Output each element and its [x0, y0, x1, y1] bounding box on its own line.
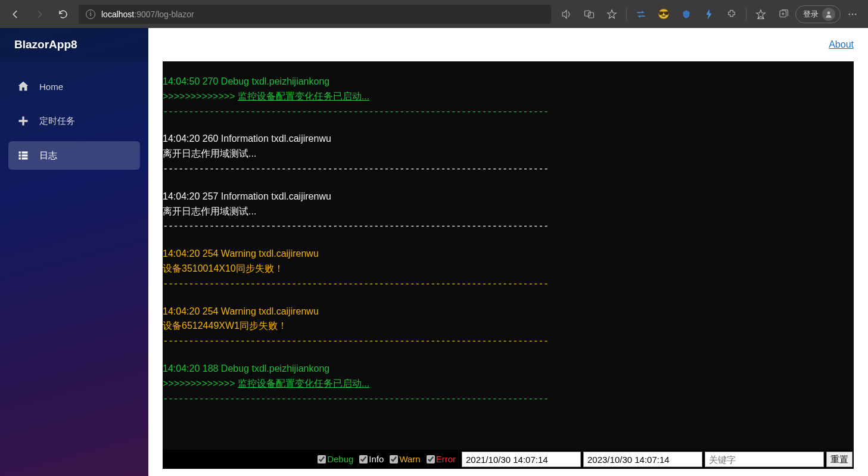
- log-body-link[interactable]: 监控设备配置变化任务已启动...: [238, 378, 369, 388]
- login-button[interactable]: 登录: [795, 5, 841, 23]
- read-aloud-icon[interactable]: [556, 5, 577, 24]
- log-divider: ----------------------------------------…: [163, 219, 854, 234]
- list-icon: [17, 149, 30, 162]
- login-label: 登录: [803, 9, 819, 20]
- sync-icon[interactable]: [630, 5, 652, 24]
- back-button[interactable]: [5, 5, 26, 24]
- favorite-icon[interactable]: [601, 5, 623, 24]
- filter-bar: Debug Info Warn Error: [163, 450, 854, 469]
- home-icon: [17, 80, 30, 93]
- log-body: 设备3510014X10同步失败！: [163, 262, 854, 276]
- log-body-prefix: >>>>>>>>>>>>>: [163, 91, 238, 101]
- filter-debug-checkbox[interactable]: Debug: [318, 452, 353, 466]
- content: 14:04:50 270 Debug txdl.peizhijiankong>>…: [148, 61, 868, 476]
- log-body: 离开日志作用域测试...: [163, 204, 854, 219]
- svg-point-5: [852, 13, 853, 14]
- app-root: BlazorApp8 Home 定时任务 日志: [0, 28, 868, 476]
- collections-icon[interactable]: [773, 5, 794, 24]
- url-path: /log-blazor: [155, 10, 194, 19]
- forward-button[interactable]: [29, 5, 50, 24]
- log-body-link[interactable]: 监控设备配置变化任务已启动...: [238, 91, 369, 101]
- log-body-prefix: >>>>>>>>>>>>>: [163, 378, 238, 388]
- svg-rect-1: [589, 13, 594, 18]
- svg-point-3: [827, 11, 830, 14]
- extensions-icon[interactable]: [721, 5, 742, 24]
- ext-bolt-icon[interactable]: [698, 5, 720, 24]
- sidebar-item-scheduled-tasks[interactable]: 定时任务: [8, 107, 140, 135]
- log-divider: ----------------------------------------…: [163, 391, 854, 406]
- date-from-input[interactable]: [462, 452, 581, 467]
- browser-toolbar: i localhost:9007/log-blazor 😎 登录: [0, 0, 868, 28]
- log-body: 离开日志作用域测试...: [163, 147, 854, 161]
- log-body: 设备6512449XW1同步失败！: [163, 319, 854, 334]
- log-head: 14:04:20 188 Debug txdl.peizhijiankong: [163, 362, 854, 377]
- warn-check[interactable]: [390, 455, 398, 463]
- log-entry: 14:04:50 270 Debug txdl.peizhijiankong>>…: [163, 74, 854, 119]
- favorites-bar-icon[interactable]: [750, 5, 771, 24]
- svg-point-6: [855, 13, 856, 14]
- svg-rect-11: [19, 157, 21, 159]
- site-info-icon[interactable]: i: [86, 10, 95, 19]
- sidebar-item-logs[interactable]: 日志: [8, 141, 140, 170]
- sidebar-item-label: Home: [39, 82, 63, 92]
- refresh-button[interactable]: [52, 5, 74, 24]
- error-check[interactable]: [427, 455, 435, 463]
- debug-check[interactable]: [318, 455, 326, 463]
- log-divider: ----------------------------------------…: [163, 161, 854, 176]
- log-body: >>>>>>>>>>>>> 监控设备配置变化任务已启动...: [163, 377, 854, 391]
- sidebar: BlazorApp8 Home 定时任务 日志: [0, 28, 148, 476]
- keyword-input[interactable]: [705, 452, 824, 467]
- filter-error-checkbox[interactable]: Error: [427, 452, 456, 466]
- about-link[interactable]: About: [829, 39, 854, 50]
- divider: [626, 8, 627, 21]
- main: About 14:04:50 270 Debug txdl.peizhijian…: [148, 28, 868, 476]
- sidebar-item-label: 定时任务: [39, 116, 75, 127]
- sidebar-item-home[interactable]: Home: [8, 72, 140, 101]
- reset-button[interactable]: 重置: [826, 452, 853, 467]
- url-port: :9007: [134, 10, 155, 19]
- url-host: localhost: [101, 10, 134, 19]
- log-entry: 14:04:20 188 Debug txdl.peizhijiankong>>…: [163, 362, 854, 406]
- nav: Home 定时任务 日志: [0, 61, 148, 176]
- filter-debug-label: Debug: [327, 452, 353, 466]
- translate-icon[interactable]: [578, 5, 600, 24]
- svg-rect-12: [22, 157, 28, 159]
- log-divider: ----------------------------------------…: [163, 276, 854, 291]
- filter-warn-label: Warn: [399, 452, 420, 466]
- filter-error-label: Error: [436, 452, 456, 466]
- plus-icon: [17, 114, 30, 127]
- date-to-input[interactable]: [583, 452, 702, 467]
- more-icon[interactable]: [842, 5, 863, 24]
- log-head: 14:04:20 260 Information txdl.caijirenwu: [163, 132, 854, 147]
- top-bar: About: [148, 28, 868, 61]
- divider: [746, 8, 746, 21]
- svg-point-4: [849, 13, 850, 14]
- log-divider: ----------------------------------------…: [163, 334, 854, 349]
- avatar-icon: [822, 8, 835, 21]
- log-head: 14:04:50 270 Debug txdl.peizhijiankong: [163, 74, 854, 89]
- log-head: 14:04:20 254 Warning txdl.caijirenwu: [163, 247, 854, 262]
- log-panel[interactable]: 14:04:50 270 Debug txdl.peizhijiankong>>…: [163, 61, 854, 469]
- log-entry: 14:04:20 254 Warning txdl.caijirenwu设备65…: [163, 304, 854, 349]
- info-check[interactable]: [359, 455, 368, 463]
- log-entry: 14:04:20 254 Warning txdl.caijirenwu设备35…: [163, 247, 854, 291]
- svg-rect-9: [19, 154, 21, 156]
- log-body: >>>>>>>>>>>>> 监控设备配置变化任务已启动...: [163, 89, 854, 104]
- toolbar-icons: 😎 登录: [556, 5, 863, 24]
- address-bar[interactable]: i localhost:9007/log-blazor: [79, 5, 551, 24]
- log-entry: 14:04:20 257 Information txdl.caijirenwu…: [163, 189, 854, 234]
- log-entry: 14:04:20 260 Information txdl.caijirenwu…: [163, 132, 854, 176]
- svg-rect-10: [22, 154, 28, 156]
- log-head: 14:04:20 254 Warning txdl.caijirenwu: [163, 304, 854, 319]
- filter-info-label: Info: [369, 452, 384, 466]
- ext-shield-icon[interactable]: [676, 5, 697, 24]
- log-head: 14:04:20 257 Information txdl.caijirenwu: [163, 189, 854, 204]
- log-divider: ----------------------------------------…: [163, 104, 854, 119]
- svg-rect-0: [585, 11, 590, 16]
- filter-info-checkbox[interactable]: Info: [359, 452, 384, 466]
- filter-warn-checkbox[interactable]: Warn: [390, 452, 420, 466]
- ext-face-icon[interactable]: 😎: [653, 5, 674, 24]
- svg-rect-8: [22, 151, 28, 153]
- sidebar-item-label: 日志: [39, 150, 57, 161]
- brand-title: BlazorApp8: [0, 28, 148, 61]
